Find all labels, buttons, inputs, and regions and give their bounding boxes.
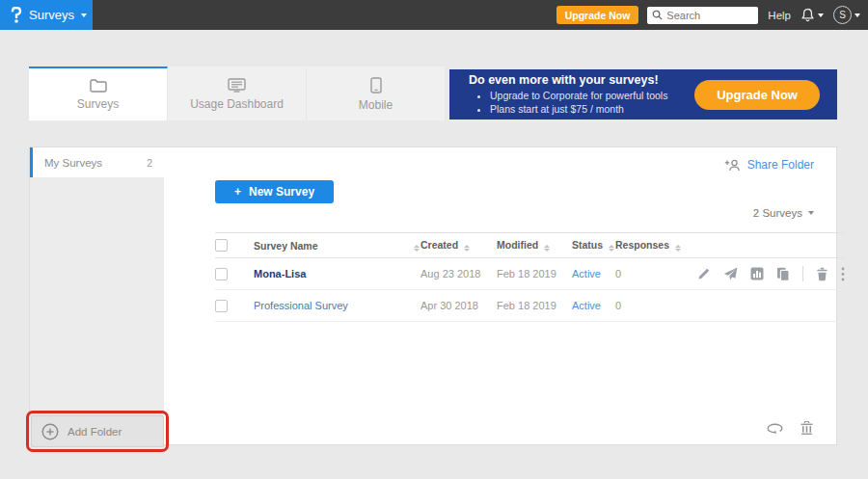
more-options-icon[interactable] xyxy=(841,267,845,281)
table-row: Mona-Lisa Aug 23 2018 Feb 18 2019 Active… xyxy=(215,258,845,290)
search-icon xyxy=(652,10,663,20)
folder-name: My Surveys xyxy=(44,157,147,169)
surveys-panel: My Surveys 2 Add Folder Share Folder +Ne… xyxy=(29,146,837,445)
modified-date: Feb 18 2019 xyxy=(497,300,572,311)
survey-count-label: 2 Surveys xyxy=(753,207,802,219)
promo-bullet: Plans start at just $75 / month xyxy=(490,102,694,116)
tab-mobile[interactable]: Mobile xyxy=(307,67,446,120)
surveys-table: Survey Name Created Modified Status Resp… xyxy=(215,232,845,322)
promo-text: Do even more with your surveys! Upgrade … xyxy=(469,73,694,116)
search-box[interactable] xyxy=(647,7,758,24)
tab-label: Surveys xyxy=(77,97,119,111)
account-menu[interactable]: S xyxy=(833,6,860,24)
annotation-highlight-box: Add Folder xyxy=(26,411,169,452)
avatar: S xyxy=(833,6,852,24)
tab-surveys[interactable]: Surveys xyxy=(29,67,168,120)
add-folder-button[interactable]: Add Folder xyxy=(31,415,164,447)
responses-count: 0 xyxy=(615,300,683,311)
share-folder-link[interactable]: Share Folder xyxy=(724,158,814,172)
banner-upgrade-button[interactable]: Upgrade Now xyxy=(694,80,820,110)
notifications-menu[interactable] xyxy=(800,8,824,23)
duplicate-icon[interactable] xyxy=(776,267,790,281)
chevron-down-icon xyxy=(818,13,824,17)
search-input[interactable] xyxy=(666,10,748,21)
plus-circle-icon xyxy=(41,423,59,440)
sort-icon[interactable] xyxy=(609,245,614,252)
surveys-content: Share Folder +New Survey 2 Surveys Surve… xyxy=(164,147,836,444)
promo-bullets: Upgrade to Corporate for powerful tools … xyxy=(490,89,694,116)
tab-label: Mobile xyxy=(359,98,393,112)
survey-name-link[interactable]: Mona-Lisa xyxy=(254,268,306,279)
sort-icon[interactable] xyxy=(464,245,470,252)
restore-icon[interactable] xyxy=(767,422,783,435)
status-badge[interactable]: Active xyxy=(572,268,601,279)
status-badge[interactable]: Active xyxy=(572,300,601,311)
plus-icon: + xyxy=(234,185,241,199)
column-header-survey-name[interactable]: Survey Name xyxy=(254,240,408,252)
promo-banner: Do even more with your surveys! Upgrade … xyxy=(449,69,837,120)
table-header-row: Survey Name Created Modified Status Resp… xyxy=(215,232,845,258)
modified-date: Feb 18 2019 xyxy=(497,268,572,279)
promo-title: Do even more with your surveys! xyxy=(469,73,694,87)
survey-count-dropdown[interactable]: 2 Surveys xyxy=(753,207,814,219)
folders-sidebar: My Surveys 2 Add Folder xyxy=(30,147,164,444)
tab-usage-dashboard[interactable]: Usage Dashboard xyxy=(168,67,307,120)
top-bar: Surveys Upgrade Now Help S xyxy=(0,0,868,30)
row-checkbox[interactable] xyxy=(215,300,228,312)
sort-icon[interactable] xyxy=(408,239,420,252)
share-person-icon xyxy=(724,159,741,172)
sidebar-item-my-surveys[interactable]: My Surveys 2 xyxy=(30,147,164,177)
help-link[interactable]: Help xyxy=(768,10,791,21)
product-switcher[interactable]: Surveys xyxy=(0,0,93,30)
folder-count-badge: 2 xyxy=(147,157,152,169)
select-all-checkbox[interactable] xyxy=(215,239,228,252)
chevron-down-icon xyxy=(808,211,814,215)
edit-icon[interactable] xyxy=(697,267,711,280)
actions-divider xyxy=(802,266,803,281)
created-date: Apr 30 2018 xyxy=(420,300,497,311)
upgrade-now-button[interactable]: Upgrade Now xyxy=(556,6,639,24)
delete-icon[interactable] xyxy=(816,267,828,281)
dashboard-icon xyxy=(228,78,246,93)
column-header-responses[interactable]: Responses xyxy=(615,239,683,252)
survey-name-link[interactable]: Professional Survey xyxy=(254,300,348,311)
tab-label: Usage Dashboard xyxy=(190,97,284,111)
row-actions xyxy=(683,266,845,281)
promo-bullet: Upgrade to Corporate for powerful tools xyxy=(490,89,694,102)
product-name: Surveys xyxy=(29,8,74,22)
created-date: Aug 23 2018 xyxy=(420,268,497,279)
column-header-modified[interactable]: Modified xyxy=(497,239,572,252)
add-folder-label: Add Folder xyxy=(68,426,122,438)
tab-strip: Surveys Usage Dashboard Mobile xyxy=(29,67,446,120)
mobile-icon xyxy=(370,77,382,93)
share-folder-label: Share Folder xyxy=(747,158,814,172)
responses-count: 0 xyxy=(615,268,683,279)
reports-icon[interactable] xyxy=(750,267,764,280)
row-checkbox[interactable] xyxy=(215,268,228,280)
trash-bin-icon[interactable] xyxy=(800,421,814,436)
sort-icon[interactable] xyxy=(675,245,681,252)
send-icon[interactable] xyxy=(723,267,738,280)
new-survey-label: New Survey xyxy=(249,185,314,199)
proprofs-logo-icon xyxy=(10,7,22,23)
chevron-down-icon xyxy=(854,13,860,17)
bell-icon xyxy=(800,8,815,23)
panel-footer-icons xyxy=(767,421,814,436)
column-header-created[interactable]: Created xyxy=(420,239,497,252)
folder-icon xyxy=(90,79,107,93)
table-row: Professional Survey Apr 30 2018 Feb 18 2… xyxy=(215,290,845,322)
new-survey-button[interactable]: +New Survey xyxy=(215,180,334,203)
sort-icon[interactable] xyxy=(544,245,550,252)
chevron-down-icon xyxy=(81,13,87,17)
column-header-status[interactable]: Status xyxy=(572,239,615,252)
